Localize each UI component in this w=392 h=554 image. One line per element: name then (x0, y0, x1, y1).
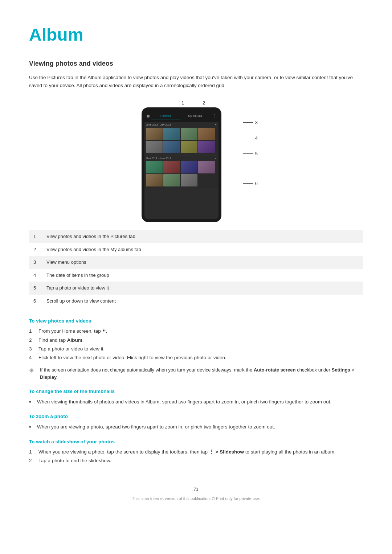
callout-number: 5 (29, 282, 42, 295)
diagram-outer: 1 2 3 4 5 6 Pictures My albums (123, 97, 269, 220)
photo-thumb (146, 141, 163, 153)
bullet-icon: • (29, 398, 33, 406)
bullet-icon: • (29, 423, 33, 431)
photo-thumb (181, 141, 197, 153)
page-number: 71 (193, 487, 198, 492)
sub-heading-view: To view photos and videos (29, 317, 363, 325)
section-view-photos: To view photos and videos 1From your Hom… (29, 317, 363, 381)
step-text: When you are viewing a photo, tap the sc… (38, 448, 336, 456)
callout-number: 3 (29, 256, 42, 269)
tip-text: If the screen orientation does not chang… (40, 366, 363, 381)
photo-thumb (181, 161, 197, 173)
footer-note: This is an Internet version of this publ… (29, 496, 363, 502)
callout-2: 2 (203, 99, 205, 107)
list-item: 2Find and tap Album. (29, 337, 363, 344)
list-item: 1When you are viewing a photo, tap the s… (29, 448, 363, 456)
step-number: 1 (29, 328, 35, 335)
table-row: 4The date of items in the group (29, 269, 363, 282)
callout-table: 1View photos and videos in the Pictures … (29, 230, 363, 307)
photo-thumb (198, 141, 215, 153)
sub-heading-thumbnails: To change the size of the thumbnails (29, 388, 363, 395)
photo-thumb (198, 161, 215, 173)
list-item: 1From your Home screen, tap ⠿. (29, 328, 363, 335)
table-row: 3View menu options (29, 256, 363, 269)
step-number: 4 (29, 354, 35, 361)
photo-thumb (146, 174, 163, 186)
step-text: Find and tap Album. (38, 337, 84, 344)
photo-thumb (198, 128, 215, 140)
step-number: 2 (29, 457, 35, 464)
view-steps-list: 1From your Home screen, tap ⠿.2Find and … (29, 328, 363, 361)
list-item: 2Tap a photo to end the slideshow. (29, 457, 363, 464)
step-number: 2 (29, 337, 35, 344)
callout-6: 6 (243, 180, 258, 187)
bullet-text: When viewing thumbnails of photos and vi… (37, 398, 331, 406)
photo-thumb (163, 128, 180, 140)
callout-3: 3 (243, 119, 258, 126)
phone-diagram: 1 2 3 4 5 6 Pictures My albums (29, 97, 363, 220)
phone-tab-pictures: Pictures (151, 113, 180, 119)
callout-text: View photos and videos in the My albums … (42, 243, 363, 256)
phone-date-label-2: May 2013 - June 2013 (146, 157, 171, 161)
callout-text: Tap a photo or video to view it (42, 282, 363, 295)
table-row: 6Scroll up or down to view content (29, 295, 363, 308)
list-item: 4Flick left to view the next photo or vi… (29, 354, 363, 361)
photo-thumb (163, 174, 180, 186)
callout-number: 6 (29, 295, 42, 308)
bullet-text: When you are viewing a photo, spread two… (37, 423, 275, 431)
sub-heading-slideshow: To watch a slideshow of your photos (29, 438, 363, 446)
table-row: 1View photos and videos in the Pictures … (29, 230, 363, 243)
intro-text: Use the Pictures tab in the Album applic… (29, 74, 363, 89)
photo-thumb (163, 141, 180, 153)
thumbnails-list: •When viewing thumbnails of photos and v… (29, 398, 363, 406)
callout-1: 1 (181, 99, 184, 107)
photo-thumb (163, 161, 180, 173)
tip-icon: ✳ (29, 366, 36, 381)
photo-thumb (181, 174, 197, 186)
sub-heading-zoom: To zoom a photo (29, 413, 363, 420)
phone-mockup: Pictures My albums ⋮ June 2013 - July 20… (142, 107, 221, 222)
phone-tab-albums: My albums (180, 113, 210, 119)
step-text: Tap a photo to end the slideshow. (38, 457, 111, 464)
tip-box: ✳ If the screen orientation does not cha… (29, 366, 363, 381)
phone-expand-icon-2: ▼ (215, 157, 217, 161)
page-title: Album (29, 22, 363, 48)
list-item: •When you are viewing a photo, spread tw… (29, 423, 363, 431)
callout-text: View menu options (42, 256, 363, 269)
callout-text: The date of items in the group (42, 269, 363, 282)
page-footer: 71 (29, 486, 363, 493)
step-number: 1 (29, 448, 35, 456)
callout-number: 4 (29, 269, 42, 282)
callout-text: View photos and videos in the Pictures t… (42, 230, 363, 243)
callout-number: 1 (29, 230, 42, 243)
step-text: Tap a photo or video to view it. (38, 345, 105, 353)
table-row: 2View photos and videos in the My albums… (29, 243, 363, 256)
list-item: 3Tap a photo or video to view it. (29, 345, 363, 353)
step-text: Flick left to view the next photo or vid… (38, 354, 226, 361)
section-thumbnails: To change the size of the thumbnails •Wh… (29, 388, 363, 406)
phone-menu-icon: ⋮ (210, 113, 219, 119)
list-item: •When viewing thumbnails of photos and v… (29, 398, 363, 406)
step-text: From your Home screen, tap ⠿. (38, 328, 107, 335)
callout-5: 5 (243, 150, 258, 157)
section-heading-viewing: Viewing photos and videos (29, 59, 363, 69)
callout-4: 4 (243, 135, 258, 142)
section-zoom: To zoom a photo •When you are viewing a … (29, 413, 363, 431)
callout-number: 2 (29, 243, 42, 256)
photo-thumb (146, 128, 163, 140)
photo-thumb (146, 161, 163, 173)
photo-thumb (181, 128, 197, 140)
zoom-list: •When you are viewing a photo, spread tw… (29, 423, 363, 431)
table-row: 5Tap a photo or video to view it (29, 282, 363, 295)
phone-expand-icon-1: ▼ (215, 123, 217, 127)
section-slideshow: To watch a slideshow of your photos 1Whe… (29, 438, 363, 465)
callout-text: Scroll up or down to view content (42, 295, 363, 308)
step-number: 3 (29, 345, 35, 353)
slideshow-steps-list: 1When you are viewing a photo, tap the s… (29, 448, 363, 465)
phone-date-label-1: June 2013 - July 2013 (146, 123, 171, 127)
